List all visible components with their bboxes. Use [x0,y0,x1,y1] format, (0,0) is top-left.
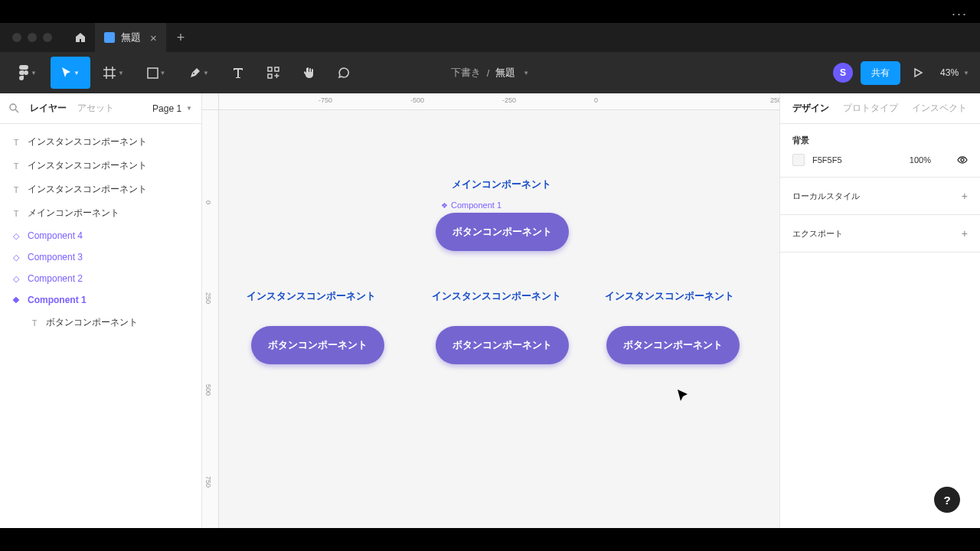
chevron-down-icon: ▼ [186,105,192,112]
section-title-background: 背景 [792,135,968,146]
svg-rect-1 [268,67,272,71]
button-component-instance-3[interactable]: ボタンコンポーネント [606,326,740,364]
figma-menu[interactable]: ▼ [8,57,47,89]
new-tab-button[interactable]: + [169,30,193,46]
canvas[interactable]: -750-500-2500250 0250500750 メインコンポーネント C… [202,93,779,528]
svg-point-5 [961,158,964,161]
layer-label: ボタンコンポーネント [46,316,138,329]
svg-rect-0 [148,68,158,78]
panel-header: レイヤー アセット Page 1 ▼ [0,93,201,124]
breadcrumb[interactable]: 下書き / 無題 ▼ [451,66,530,80]
frame-label-instance-1[interactable]: インスタンスコンポーネント [247,289,376,303]
instance-icon: ◇ [11,231,21,241]
button-component-instance-1[interactable]: ボタンコンポーネント [251,326,384,364]
layer-item[interactable]: Tインスタンスコンポーネント [0,130,201,154]
export-row[interactable]: エクスポート + [780,215,980,253]
canvas-content[interactable]: メインコンポーネント Component 1 ボタンコンポーネント インスタンス… [219,110,779,528]
minimize-window-icon[interactable] [28,33,37,42]
background-section: 背景 F5F5F5 100% [780,124,980,178]
shape-tool[interactable]: ▼ [136,57,176,89]
tab-close-icon[interactable]: × [150,31,157,44]
color-hex[interactable]: F5F5F5 [812,155,842,165]
frame-label-main[interactable]: メインコンポーネント [452,178,551,191]
help-button[interactable]: ? [934,487,960,513]
tab-inspect[interactable]: インスペクト [912,102,967,115]
layer-item[interactable]: ◇Component 2 [0,268,201,289]
chevron-down-icon: ▼ [963,70,969,77]
pen-tool[interactable]: ▼ [179,57,219,89]
frame-tool[interactable]: ▼ [93,57,133,89]
frame-label-instance-3[interactable]: インスタンスコンポーネント [605,289,734,303]
breadcrumb-title: 無題 [495,66,515,80]
layer-label: インスタンスコンポーネント [28,159,147,172]
layer-item[interactable]: ◇Component 4 [0,225,201,246]
text-icon: T [11,185,21,194]
tab-design[interactable]: デザイン [792,102,829,115]
text-tool[interactable] [222,57,254,89]
ruler-horizontal: -750-500-2500250 [219,93,779,110]
file-icon [104,32,115,43]
chevron-down-icon: ▼ [523,70,529,77]
frame-label-instance-2[interactable]: インスタンスコンポーネント [432,289,561,303]
comment-tool[interactable] [328,57,360,89]
share-button[interactable]: 共有 [861,61,900,85]
button-component-main[interactable]: ボタンコンポーネント [436,213,569,251]
layer-item[interactable]: Tインスタンスコンポーネント [0,178,201,201]
color-swatch[interactable] [792,154,805,166]
component-label[interactable]: Component 1 [441,201,501,210]
button-component-instance-2[interactable]: ボタンコンポーネント [436,326,569,364]
svg-rect-2 [275,67,279,71]
close-window-icon[interactable] [12,33,21,42]
file-tab[interactable]: 無題 × [95,23,166,52]
hand-tool[interactable] [292,57,325,89]
move-tool[interactable]: ▼ [51,57,90,89]
tab-assets[interactable]: アセット [77,102,114,115]
text-icon: T [29,318,40,328]
text-icon: T [11,161,21,171]
present-button[interactable] [908,67,928,78]
text-icon: T [11,138,21,147]
layer-label: Component 3 [28,252,83,262]
layer-label: Component 4 [28,230,83,241]
design-panel: デザイン プロトタイプ インスペクト 背景 F5F5F5 100% ローカルスタ… [779,93,980,528]
tab-bar: 無題 × + ··· [0,23,980,52]
page-selector[interactable]: Page 1 ▼ [152,103,192,114]
tab-title: 無題 [121,31,141,44]
breadcrumb-draft: 下書き [451,66,481,80]
layer-item[interactable]: Tボタンコンポーネント [0,311,201,334]
color-opacity[interactable]: 100% [910,155,931,165]
background-row[interactable]: F5F5F5 100% [792,154,968,166]
tab-prototype[interactable]: プロトタイプ [843,102,898,115]
visibility-icon[interactable] [957,155,968,165]
menu-icon[interactable]: ··· [952,6,968,22]
layer-item[interactable]: Tインスタンスコンポーネント [0,154,201,178]
zoom-level[interactable]: 43% ▼ [936,67,974,78]
layer-label: インスタンスコンポーネント [28,135,147,148]
layer-item[interactable]: Tメインコンポーネント [0,201,201,225]
layers-panel: レイヤー アセット Page 1 ▼ TインスタンスコンポーネントTインスタンス… [0,93,202,528]
toolbar: ▼ ▼ ▼ ▼ ▼ 下書き / 無題 ▼ S 共有 43% [0,52,980,93]
ruler-vertical: 0250500750 [202,110,219,528]
text-icon: T [11,209,21,218]
cursor-icon [677,389,688,403]
user-avatar[interactable]: S [833,63,853,83]
svg-point-4 [10,104,16,110]
home-button[interactable] [69,26,92,49]
window-controls[interactable] [12,33,52,42]
plus-icon[interactable]: + [962,227,968,240]
layer-item[interactable]: ◇Component 3 [0,246,201,268]
local-styles-row[interactable]: ローカルスタイル + [780,178,980,215]
component-icon: ❖ [11,295,21,305]
svg-rect-3 [268,74,272,78]
instance-icon: ◇ [11,274,21,284]
search-icon[interactable] [9,103,19,113]
layers-list: TインスタンスコンポーネントTインスタンスコンポーネントTインスタンスコンポーネ… [0,124,201,341]
layer-label: インスタンスコンポーネント [28,183,147,196]
resources-tool[interactable] [257,57,289,89]
maximize-window-icon[interactable] [43,33,52,42]
tab-layers[interactable]: レイヤー [30,102,67,115]
layer-label: Component 1 [28,295,87,305]
plus-icon[interactable]: + [962,190,968,202]
layer-item[interactable]: ❖Component 1 [0,289,201,311]
ruler-corner [202,93,219,110]
